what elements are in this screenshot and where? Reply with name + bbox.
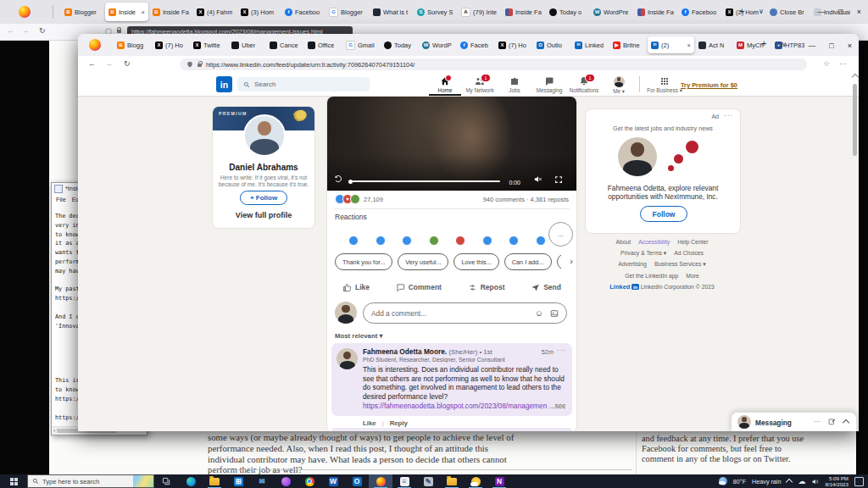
forward-icon[interactable]: → [105, 59, 113, 68]
comment-like-button[interactable]: Like [363, 419, 376, 427]
browser-tab-what-is-t[interactable]: What is t [370, 3, 413, 21]
profile-name[interactable]: Daniel Abrahams [213, 163, 314, 172]
outlook-taskbar-button[interactable]: O [345, 474, 369, 488]
comment-link[interactable]: https://fahmeenaodetta.blogspot.com/2023… [363, 402, 547, 410]
chrome-taskbar-button[interactable] [298, 474, 321, 488]
explorer-taskbar-button[interactable] [203, 474, 226, 488]
browser-tab-outlo[interactable]: OOutlo [533, 36, 570, 53]
nav-item-me[interactable]: Me ▾ [600, 74, 637, 96]
paint-taskbar-button[interactable]: ✎ [416, 474, 440, 488]
commenter-header[interactable]: Fahmeena Odetta Moore. (She/Her) • 1st [363, 347, 537, 356]
bookmark-star-icon[interactable]: ☆ [823, 59, 830, 68]
quick-reply-pill[interactable]: Can I add... [504, 253, 552, 270]
footer-link-business-services[interactable]: Business Services ▾ [654, 261, 706, 268]
quick-reply-pill[interactable]: In m [557, 253, 561, 270]
word-taskbar-button[interactable]: W [321, 474, 345, 488]
browser-tab-britne[interactable]: ▶Britne [609, 36, 647, 53]
footer-link-get-the-linkedin-app[interactable]: Get the LinkedIn app [625, 273, 678, 279]
reaction-avatar[interactable] [495, 222, 518, 245]
nav-item-my-network[interactable]: My Network1 [461, 74, 498, 96]
tab-close-icon[interactable]: × [142, 8, 145, 16]
nav-item-jobs[interactable]: Jobs [496, 74, 533, 96]
like-button[interactable]: Like [337, 283, 375, 292]
close-button[interactable]: × [848, 42, 852, 50]
mail-taskbar-button[interactable]: ✉ [250, 474, 274, 488]
reaction-avatar[interactable] [415, 222, 438, 245]
close-button[interactable]: × [857, 8, 861, 16]
scroll-up-icon[interactable] [851, 74, 858, 80]
browser-tab-linked[interactable]: inLinked [571, 36, 609, 53]
folder-taskbar-button[interactable] [440, 474, 464, 488]
ad-menu-icon[interactable]: ··· [724, 112, 733, 119]
browser-tab-close-br[interactable]: Close Br [766, 3, 810, 21]
back-icon[interactable]: ← [88, 59, 96, 68]
weather-icon[interactable] [719, 477, 727, 485]
comment-input[interactable]: Add a comment... ☺ [363, 302, 567, 324]
comment-reply-button[interactable]: Reply [390, 419, 408, 427]
sort-selector[interactable]: Most relevant ▾ [335, 332, 382, 340]
browser-tab-7-ho[interactable]: X(7) Ho [152, 36, 189, 53]
repost-button[interactable]: Repost [463, 283, 510, 292]
browser-tab-htp83[interactable]: +HTP83 [771, 36, 809, 53]
notepad-menu-file[interactable]: File [56, 196, 66, 203]
forward-icon[interactable]: → [22, 26, 30, 35]
footer-link-privacy-terms[interactable]: Privacy & Terms ▾ [620, 250, 666, 257]
edge-taskbar-button[interactable] [179, 474, 203, 488]
browser-tab-faceb[interactable]: fFaceb [457, 36, 494, 53]
compose-icon[interactable] [828, 418, 836, 425]
browser-tab-inside-fa[interactable]: Inside Fa [634, 3, 677, 21]
browser-tab-act-n[interactable]: Act N [695, 36, 732, 53]
linkedin-logo[interactable]: in [216, 76, 232, 92]
browser-tab-3-hom[interactable]: X(3) Hom [237, 3, 281, 21]
footer-link-more[interactable]: More [686, 273, 699, 279]
comment-button[interactable]: Comment [391, 283, 447, 292]
nav-item-notifications[interactable]: Notifications1 [565, 74, 603, 96]
maximize-button[interactable]: □ [829, 42, 833, 50]
browser-tab-blogger[interactable]: BBlogger [61, 3, 104, 21]
minimize-button[interactable]: — [808, 42, 815, 50]
reactions-count[interactable]: 27,109 [364, 196, 383, 203]
browser-tab-4-fahm[interactable]: X(4) Fahm [193, 3, 236, 21]
search-input[interactable]: Search [237, 77, 370, 92]
reload-icon[interactable]: ↻ [124, 59, 131, 68]
reaction-avatar[interactable] [442, 222, 465, 245]
browser-tab-2[interactable]: in(2)× [648, 36, 694, 53]
photo-icon[interactable] [550, 309, 559, 318]
video-progress-bar[interactable] [349, 180, 500, 182]
volume-icon[interactable] [811, 478, 819, 485]
start-button[interactable] [0, 474, 27, 488]
browser-tab-wordp[interactable]: WWordP [419, 36, 456, 53]
address-field[interactable]: https://www.linkedin.com/feed/update/urn… [180, 58, 807, 70]
firefox-menu-icon[interactable] [19, 6, 31, 18]
commenter-avatar[interactable] [337, 348, 358, 369]
browser-tab-blogger[interactable]: GBlogger [326, 3, 369, 21]
footer-link-accessibility[interactable]: Accessibility [638, 239, 670, 245]
more-reactions-button[interactable]: ... [548, 222, 573, 247]
post-video[interactable]: 0:00 [327, 97, 576, 191]
browser-tab-inside[interactable]: BInside× [105, 3, 148, 21]
browser-tab-7-ho[interactable]: X(7) Ho [495, 36, 532, 53]
weather-condition[interactable]: Heavy rain [752, 478, 781, 485]
comment-menu-icon[interactable]: ··· [557, 347, 566, 354]
weather-taskbar-button[interactable] [464, 474, 487, 488]
browser-tab-today-o[interactable]: Today o [546, 3, 589, 21]
clock[interactable]: 5:09 PM 8/14/2023 [825, 475, 849, 487]
quick-reply-pill[interactable]: Thank you for... [335, 253, 392, 270]
mute-icon[interactable] [533, 172, 542, 187]
expand-icon[interactable] [843, 419, 849, 426]
footer-link-ad-choices[interactable]: Ad Choices [674, 250, 704, 257]
scroll-right-icon[interactable]: › [570, 256, 573, 266]
tab-list-dropdown-icon[interactable]: ∨ [782, 41, 787, 48]
page-scrollbar[interactable] [852, 74, 858, 431]
reload-icon[interactable]: ↻ [39, 26, 46, 35]
emoji-icon[interactable]: ☺ [535, 308, 543, 318]
messaging-panel[interactable]: Messaging ··· [731, 412, 857, 431]
new-tab-button[interactable]: + [761, 38, 766, 48]
reaction-stack-icons[interactable]: ♥ [335, 194, 360, 204]
onedrive-cloud-icon[interactable]: ☁ [798, 477, 805, 485]
minimize-button[interactable]: — [817, 8, 825, 16]
fullscreen-icon[interactable] [554, 172, 563, 187]
taskbar-search[interactable]: Type here to search [27, 474, 154, 488]
maximize-button[interactable]: □ [838, 8, 843, 16]
scroll-left-icon[interactable]: ‹ [53, 428, 55, 434]
